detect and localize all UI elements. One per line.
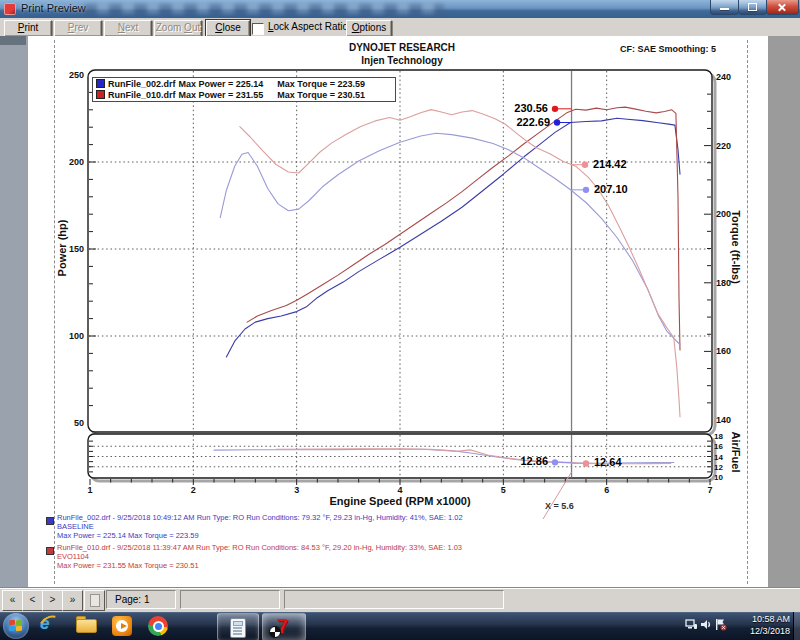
legend-file: RunFile_010.drf bbox=[108, 90, 176, 100]
taskbar-dynojet-winpep[interactable]: 7 bbox=[262, 613, 306, 640]
ball-icon bbox=[269, 626, 281, 638]
torque-axis-title: Torque (ft-lbs) bbox=[730, 187, 742, 307]
run-swatch-red bbox=[46, 547, 54, 555]
run-swatch-blue bbox=[46, 517, 54, 525]
prev-page-button[interactable]: < bbox=[22, 590, 43, 611]
run-info-line: RunFile_002.drf - 9/25/2018 10:49:12 AM … bbox=[57, 513, 463, 522]
correction-factor-label: CF: SAE Smoothing: 5 bbox=[560, 44, 716, 54]
taskbar-internet-explorer[interactable]: e bbox=[40, 614, 60, 636]
airfuel-axis-title: Air/Fuel bbox=[730, 413, 742, 491]
legend-max-torque: Max Torque = 230.51 bbox=[277, 90, 365, 100]
legend-row: RunFile_010.drf Max Power = 231.55 Max T… bbox=[93, 89, 395, 100]
taskbar-calculator[interactable] bbox=[217, 613, 259, 640]
network-icon[interactable] bbox=[685, 618, 698, 631]
speaker-icon[interactable] bbox=[700, 618, 713, 631]
chart-legend: RunFile_002.drf Max Power = 225.14 Max T… bbox=[92, 77, 396, 102]
power-axis-title: Power (hp) bbox=[56, 188, 68, 308]
document-icon bbox=[90, 594, 100, 607]
status-panel bbox=[284, 590, 504, 609]
run-name: EVO1104 bbox=[57, 552, 89, 561]
last-page-button[interactable]: » bbox=[62, 590, 83, 611]
windows-flag-icon bbox=[9, 620, 15, 626]
taskbar-media-player[interactable] bbox=[112, 616, 132, 636]
clock-time: 10:58 AM bbox=[726, 613, 790, 625]
legend-max-power: Max Power = 231.55 bbox=[179, 90, 264, 100]
next-page-button[interactable]: > bbox=[42, 590, 63, 611]
legend-row: RunFile_002.drf Max Power = 225.14 Max T… bbox=[93, 78, 395, 89]
play-icon bbox=[121, 623, 127, 629]
report-subtitle: Injen Technology bbox=[302, 55, 502, 66]
legend-swatch-red bbox=[96, 90, 105, 99]
x-axis-title: Engine Speed (RPM x1000) bbox=[300, 495, 500, 507]
report-company: DYNOJET RESEARCH bbox=[302, 42, 502, 53]
screen: Print Preview Print Prev Next Zoom Out C… bbox=[0, 0, 800, 640]
run-max-values: Max Power = 231.55 Max Torque = 230.51 bbox=[57, 561, 199, 570]
run-max-values: Max Power = 225.14 Max Torque = 223.59 bbox=[57, 531, 199, 540]
run-name: BASELINE bbox=[57, 522, 94, 531]
legend-max-torque: Max Torque = 223.59 bbox=[277, 79, 365, 89]
clock-date: 12/3/2018 bbox=[726, 625, 790, 637]
status-panel bbox=[180, 590, 280, 609]
show-desktop-button[interactable] bbox=[793, 612, 800, 640]
cursor-x-readout: X = 5.6 bbox=[545, 501, 574, 511]
page-setup-button[interactable] bbox=[84, 590, 105, 611]
run-info-line: RunFile_010.drf - 9/25/2018 11:39:47 AM … bbox=[57, 543, 462, 552]
taskbar-clock[interactable]: 10:58 AM 12/3/2018 bbox=[726, 613, 790, 637]
calculator-icon bbox=[230, 618, 246, 638]
page-number-panel: Page: 1 bbox=[106, 590, 176, 609]
legend-max-power: Max Power = 225.14 bbox=[179, 79, 264, 89]
legend-file: RunFile_002.drf bbox=[108, 79, 176, 89]
legend-swatch-blue bbox=[96, 79, 105, 88]
taskbar-chrome[interactable] bbox=[148, 616, 168, 636]
first-page-button[interactable]: « bbox=[2, 590, 23, 611]
taskbar-file-explorer[interactable] bbox=[76, 616, 96, 634]
start-button[interactable] bbox=[3, 613, 29, 639]
